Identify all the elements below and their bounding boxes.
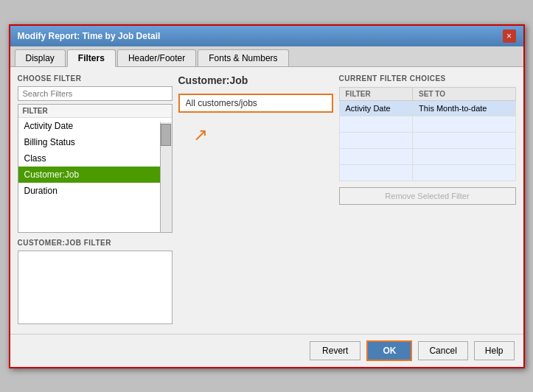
table-row[interactable]: Activity Date This Month-to-date bbox=[339, 100, 515, 116]
dropdown-container: All customers/jobs Multiple customers/jo… bbox=[178, 94, 333, 113]
set-to-col-header: SET TO bbox=[413, 87, 515, 100]
filter-item-billing-status[interactable]: Billing Status bbox=[18, 134, 172, 150]
tab-fonts-numbers[interactable]: Fonts & Numbers bbox=[198, 49, 288, 66]
tab-header-footer[interactable]: Header/Footer bbox=[117, 49, 196, 66]
set-to-cell-empty bbox=[413, 116, 515, 132]
title-bar: Modify Report: Time by Job Detail × bbox=[10, 26, 523, 46]
customer-job-filter-label: CUSTOMER:JOB FILTER bbox=[18, 239, 173, 247]
customers-jobs-dropdown[interactable]: All customers/jobs Multiple customers/jo… bbox=[178, 94, 333, 113]
remove-selected-filter-button[interactable]: Remove Selected Filter bbox=[339, 187, 516, 205]
left-panel: CHOOSE FILTER FILTER Activity Date Billi… bbox=[18, 74, 173, 326]
table-row bbox=[339, 116, 515, 132]
cancel-button[interactable]: Cancel bbox=[418, 341, 467, 360]
filter-list-scrollbar[interactable] bbox=[160, 122, 172, 233]
set-to-cell-empty3 bbox=[413, 148, 515, 164]
filter-list-container: FILTER Activity Date Billing Status Clas… bbox=[18, 104, 173, 233]
filter-item-class[interactable]: Class bbox=[18, 150, 172, 167]
customer-job-filter-textarea[interactable] bbox=[18, 251, 173, 324]
filter-item-customer-job[interactable]: Customer:Job bbox=[18, 167, 172, 183]
choose-filter-label: CHOOSE FILTER bbox=[18, 74, 173, 83]
close-button[interactable]: × bbox=[503, 29, 516, 43]
table-row bbox=[339, 164, 515, 181]
filter-cell-empty3 bbox=[339, 148, 413, 164]
filter-cell-empty bbox=[339, 116, 413, 132]
current-filter-choices-label: CURRENT FILTER CHOICES bbox=[339, 74, 516, 83]
revert-button[interactable]: Revert bbox=[310, 341, 360, 360]
filter-column-header: FILTER bbox=[18, 105, 172, 118]
modify-report-dialog: Modify Report: Time by Job Detail × Disp… bbox=[9, 24, 525, 368]
filter-cell-empty2 bbox=[339, 132, 413, 148]
filter-item-activity-date[interactable]: Activity Date bbox=[18, 118, 172, 134]
filter-col-header: FILTER bbox=[339, 87, 413, 100]
ok-button[interactable]: OK bbox=[366, 340, 412, 361]
filter-cell: Activity Date bbox=[339, 100, 413, 116]
bottom-bar: Revert OK Cancel Help bbox=[10, 334, 523, 367]
connector-arrow: ↗ bbox=[178, 125, 333, 145]
dialog-title: Modify Report: Time by Job Detail bbox=[18, 31, 161, 41]
set-to-cell-empty4 bbox=[413, 164, 515, 181]
right-panel: CURRENT FILTER CHOICES FILTER SET TO Act… bbox=[339, 74, 516, 326]
search-filters-input[interactable] bbox=[18, 86, 173, 101]
scrollbar-thumb[interactable] bbox=[161, 124, 171, 146]
tab-display[interactable]: Display bbox=[15, 49, 66, 66]
filter-item-duration[interactable]: Duration bbox=[18, 183, 172, 199]
table-row bbox=[339, 132, 515, 148]
middle-panel: Customer:Job All customers/jobs Multiple… bbox=[178, 74, 333, 326]
help-button[interactable]: Help bbox=[474, 341, 515, 360]
tab-filters[interactable]: Filters bbox=[67, 49, 116, 67]
filter-list: Activity Date Billing Status Class Custo… bbox=[18, 118, 172, 225]
filter-cell-empty4 bbox=[339, 164, 413, 181]
set-to-cell-empty2 bbox=[413, 132, 515, 148]
selected-filter-title: Customer:Job bbox=[178, 74, 333, 86]
current-filter-table: FILTER SET TO Activity Date This Month-t… bbox=[339, 87, 516, 181]
set-to-cell: This Month-to-date bbox=[413, 100, 515, 116]
tab-bar: Display Filters Header/Footer Fonts & Nu… bbox=[10, 46, 523, 67]
main-content: CHOOSE FILTER FILTER Activity Date Billi… bbox=[10, 67, 523, 334]
table-row bbox=[339, 148, 515, 164]
